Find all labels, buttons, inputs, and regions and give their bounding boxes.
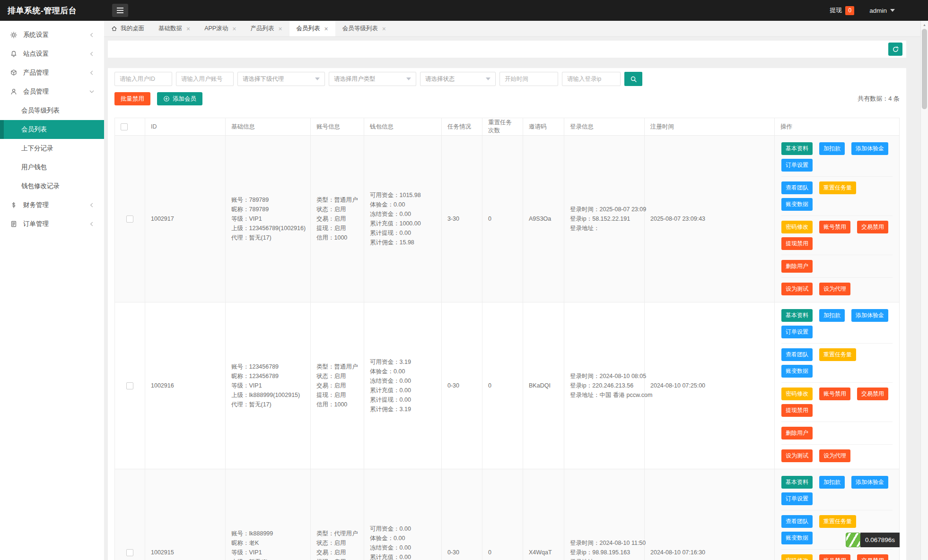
action-button-delete-user[interactable]: 删除用户 — [781, 260, 813, 273]
close-tab-icon[interactable]: × — [186, 26, 190, 32]
action-button-set-as-test[interactable]: 设为测试 — [781, 283, 813, 295]
action-button-disable-withdraw[interactable]: 提现禁用 — [781, 404, 813, 417]
action-button-reset-task-volume[interactable]: 重置任务量 — [819, 515, 856, 528]
login-ip-input[interactable] — [562, 72, 621, 86]
select-all-checkbox[interactable] — [121, 123, 128, 130]
action-button-view-team[interactable]: 查看团队 — [781, 515, 813, 528]
sidebar-item-member-management[interactable]: 会员管理 — [0, 82, 104, 101]
basic-info-cell: 账号：lk888999昵称：老K等级：VIP1上级：暂无(0)代理：暂无(17) — [226, 469, 311, 560]
agent-filter-select[interactable]: 请选择下级代理 — [237, 72, 325, 86]
close-tab-icon[interactable]: × — [232, 26, 236, 32]
action-button-set-as-agent[interactable]: 设为代理 — [819, 283, 850, 295]
close-tab-icon[interactable]: × — [382, 26, 386, 32]
tab-member-list[interactable]: 会员列表 × — [289, 21, 335, 36]
action-button-basic-info[interactable]: 基本资料 — [781, 309, 813, 322]
divider — [781, 277, 893, 278]
tab-member-level-list[interactable]: 会员等级列表 × — [335, 21, 393, 36]
action-button-disable-trade[interactable]: 交易禁用 — [857, 388, 888, 400]
info-line: 信用：1000 — [316, 400, 358, 409]
toolbar-card — [108, 41, 906, 58]
sidebar-item-finance-management[interactable]: 财务管理 — [0, 196, 104, 215]
scrollbar-thumb[interactable] — [922, 29, 927, 109]
action-button-order-settings[interactable]: 订单设置 — [781, 492, 813, 505]
task-status-cell: 3-30 — [442, 136, 482, 302]
user-account-input[interactable] — [176, 72, 234, 86]
action-button-change-password[interactable]: 密码修改 — [781, 388, 813, 400]
row-checkbox[interactable] — [126, 382, 133, 389]
sidebar-item-label: 会员等级列表 — [21, 106, 60, 115]
user-menu[interactable]: admin — [869, 7, 895, 14]
tab-desktop[interactable]: 我的桌面 — [104, 21, 151, 36]
action-group: 基本资料加扣款添加体验金订单设置 — [781, 476, 893, 505]
close-tab-icon[interactable]: × — [324, 26, 328, 32]
sidebar-item-product-management[interactable]: 产品管理 — [0, 63, 104, 82]
user-id-input[interactable] — [114, 72, 172, 86]
action-button-account-change-data[interactable]: 账变数据 — [781, 365, 813, 378]
scrollbar[interactable]: ▲ — [920, 21, 928, 560]
action-button-add-trial-funds[interactable]: 添加体验金 — [851, 142, 888, 155]
action-button-disable-trade[interactable]: 交易禁用 — [857, 221, 888, 233]
tab-basic-data[interactable]: 基础数据 × — [151, 21, 197, 36]
action-button-disable-trade[interactable]: 交易禁用 — [857, 554, 888, 560]
user-type-filter-select[interactable]: 请选择用户类型 — [329, 72, 416, 86]
member-table: ID 基础信息 账号信息 钱包信息 任务情况 重置任务次数 邀请码 登录信息 注… — [114, 118, 900, 560]
action-button-add-deduct-funds[interactable]: 加扣款 — [819, 309, 845, 322]
action-button-add-trial-funds[interactable]: 添加体验金 — [851, 309, 888, 322]
row-checkbox[interactable] — [126, 215, 133, 223]
sidebar-item-system-settings[interactable]: 系统设置 — [0, 26, 104, 44]
hamburger-menu-icon[interactable] — [112, 4, 128, 17]
action-button-account-change-data[interactable]: 账变数据 — [781, 198, 813, 211]
sidebar-item-label: 订单管理 — [23, 220, 49, 228]
scroll-up-arrow-icon[interactable]: ▲ — [921, 21, 928, 28]
sidebar-item-user-wallet[interactable]: 用户钱包 — [0, 158, 104, 177]
info-line: 可用资金：0.00 — [370, 524, 436, 534]
row-checkbox[interactable] — [126, 549, 133, 556]
action-button-add-deduct-funds[interactable]: 加扣款 — [819, 142, 845, 155]
info-line: 冻结资金：0.00 — [370, 209, 436, 219]
tab-product-list[interactable]: 产品列表 × — [243, 21, 289, 36]
action-button-order-settings[interactable]: 订单设置 — [781, 159, 813, 172]
action-button-change-password[interactable]: 密码修改 — [781, 221, 813, 233]
action-button-add-deduct-funds[interactable]: 加扣款 — [819, 476, 845, 489]
divider — [781, 176, 893, 177]
sidebar-item-member-list[interactable]: 会员列表 — [0, 120, 104, 139]
action-button-set-as-agent[interactable]: 设为代理 — [819, 449, 850, 462]
action-button-view-team[interactable]: 查看团队 — [781, 181, 813, 194]
action-button-reset-task-volume[interactable]: 重置任务量 — [819, 181, 856, 194]
action-button-disable-withdraw[interactable]: 提现禁用 — [781, 237, 813, 250]
chevron-left-icon — [89, 221, 95, 227]
sidebar-item-site-settings[interactable]: 站点设置 — [0, 44, 104, 63]
table-actions-row: 批量禁用 添加会员 共有数据：4 条 — [114, 92, 900, 105]
action-button-disable-account[interactable]: 账号禁用 — [819, 388, 850, 400]
action-button-account-change-data[interactable]: 账变数据 — [781, 532, 813, 544]
sidebar-item-order-management[interactable]: 订单管理 — [0, 215, 104, 233]
action-button-view-team[interactable]: 查看团队 — [781, 348, 813, 361]
info-line: 账号：789789 — [231, 195, 305, 205]
trace-logo-icon[interactable] — [846, 533, 860, 547]
action-button-basic-info[interactable]: 基本资料 — [781, 142, 813, 155]
table-row: 1002916 账号：123456789昵称：123456789等级：VIP1上… — [115, 302, 900, 469]
button-label: 批量禁用 — [121, 95, 144, 103]
action-button-reset-task-volume[interactable]: 重置任务量 — [819, 348, 856, 361]
add-member-button[interactable]: 添加会员 — [157, 92, 202, 105]
action-button-basic-info[interactable]: 基本资料 — [781, 476, 813, 489]
sidebar-item-member-level-list[interactable]: 会员等级列表 — [0, 101, 104, 120]
tab-app-scroll[interactable]: APP滚动 × — [197, 21, 243, 36]
action-button-order-settings[interactable]: 订单设置 — [781, 326, 813, 338]
withdraw-menu[interactable]: 提现 0 — [830, 6, 854, 15]
status-filter-select[interactable]: 请选择状态 — [420, 72, 496, 86]
batch-disable-button[interactable]: 批量禁用 — [114, 92, 150, 105]
sidebar-item-wallet-modify-records[interactable]: 钱包修改记录 — [0, 177, 104, 196]
action-button-set-as-test[interactable]: 设为测试 — [781, 449, 813, 462]
action-button-change-password[interactable]: 密码修改 — [781, 554, 813, 560]
start-time-input[interactable] — [499, 72, 558, 86]
action-button-disable-account[interactable]: 账号禁用 — [819, 554, 850, 560]
action-button-add-trial-funds[interactable]: 添加体验金 — [851, 476, 888, 489]
search-button[interactable] — [624, 72, 642, 86]
close-tab-icon[interactable]: × — [278, 26, 282, 32]
tab-label: 我的桌面 — [121, 25, 144, 33]
sidebar-item-updown-records[interactable]: 上下分记录 — [0, 139, 104, 158]
action-button-delete-user[interactable]: 删除用户 — [781, 427, 813, 439]
refresh-button[interactable] — [888, 43, 902, 56]
action-button-disable-account[interactable]: 账号禁用 — [819, 221, 850, 233]
